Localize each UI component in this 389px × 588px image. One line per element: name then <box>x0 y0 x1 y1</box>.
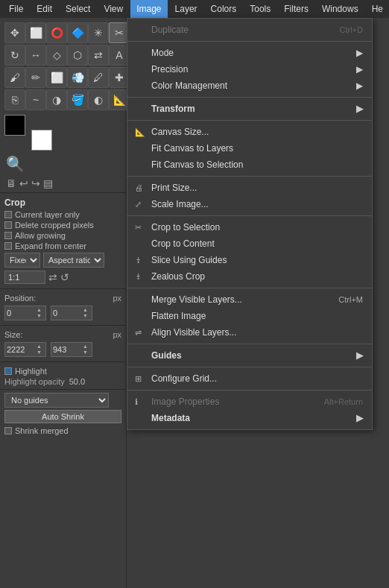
ratio-reset-icon[interactable]: ↺ <box>60 271 69 283</box>
expand-center-checkbox[interactable] <box>4 242 12 250</box>
menu-configure-grid[interactable]: ⊞ Configure Grid... <box>127 370 372 387</box>
highlight-checkbox[interactable] <box>4 367 12 375</box>
pos-y-up[interactable]: ▲ <box>83 307 88 313</box>
size-height-input[interactable] <box>53 345 83 354</box>
menu-view[interactable]: View <box>98 0 129 18</box>
bg-color-swatch[interactable] <box>31 130 52 151</box>
menu-select[interactable]: Select <box>60 0 96 18</box>
layers-icon[interactable]: ▤ <box>43 177 53 189</box>
ratio-swap-icon[interactable]: ⇄ <box>48 271 57 283</box>
tool-smudge[interactable]: ~ <box>25 89 46 110</box>
auto-shrink-button[interactable]: Auto Shrink <box>4 410 121 423</box>
shrink-merged-checkbox[interactable] <box>4 427 12 434</box>
menu-crop-content[interactable]: Crop to Content <box>127 235 372 252</box>
tool-blend[interactable]: ◐ <box>88 89 109 110</box>
tool-airbrush[interactable]: 💨 <box>67 67 88 88</box>
display-icon[interactable]: 🖥 <box>6 177 16 189</box>
zoom-icon[interactable]: 🔍 <box>0 154 126 174</box>
menu-windows[interactable]: Windows <box>316 0 364 18</box>
pos-y-down[interactable]: ▼ <box>83 313 88 319</box>
aspect-ratio-select[interactable]: Aspect ratio <box>43 253 104 268</box>
menu-guides[interactable]: Guides ▶ <box>127 347 372 364</box>
menu-fit-layers[interactable]: Fit Canvas to Layers <box>127 140 372 157</box>
tool-scale[interactable]: ↔ <box>25 45 46 66</box>
duplicate-label: Duplicate <box>151 25 189 35</box>
merge-visible-shortcut: Ctrl+M <box>338 295 363 304</box>
redo-icon[interactable]: ↪ <box>31 177 40 189</box>
menu-duplicate[interactable]: Duplicate Ctrl+D <box>127 22 372 38</box>
width-up[interactable]: ▲ <box>37 344 42 350</box>
menu-transform[interactable]: Transform ▶ <box>127 101 372 117</box>
menu-file[interactable]: File <box>3 0 29 18</box>
menubar: File Edit Select View Image Layer Colors… <box>0 0 389 18</box>
menu-help[interactable]: He <box>366 0 389 18</box>
fg-color-swatch[interactable] <box>4 115 25 136</box>
bottom-icons: 🖥 ↩ ↪ ▤ <box>0 174 126 192</box>
canvas-size-icon: 📐 <box>135 127 145 137</box>
menu-colors[interactable]: Colors <box>205 0 243 18</box>
menu-scale-image[interactable]: ⤢ Scale Image... <box>127 196 372 212</box>
menu-color-management[interactable]: Color Management ▶ <box>127 78 372 94</box>
menu-mode[interactable]: Mode ▶ <box>127 45 372 61</box>
guides-select[interactable]: No guides <box>4 393 109 408</box>
tool-pencil[interactable]: ✏ <box>25 67 46 88</box>
tool-shear[interactable]: ◇ <box>46 45 67 66</box>
tool-paint[interactable]: 🖌 <box>4 67 25 88</box>
tool-bucket[interactable]: 🪣 <box>67 89 88 110</box>
menu-slice-guides[interactable]: ⤈ Slice Using Guides <box>127 252 372 268</box>
menu-canvas-size[interactable]: 📐 Canvas Size... <box>127 124 372 140</box>
shrink-merged-row: Shrink merged <box>4 426 121 436</box>
size-width-input[interactable] <box>7 345 37 354</box>
width-down[interactable]: ▼ <box>37 350 42 355</box>
tool-rotate[interactable]: ↻ <box>4 45 25 66</box>
highlight-opacity-value: 50.0 <box>69 377 85 386</box>
tool-ink[interactable]: 🖊 <box>88 67 109 88</box>
ratio-input[interactable] <box>4 271 45 284</box>
mode-arrow-icon: ▶ <box>356 48 363 58</box>
tool-flip[interactable]: ⇄ <box>88 45 109 66</box>
menu-edit[interactable]: Edit <box>31 0 58 18</box>
tool-eraser[interactable]: ⬜ <box>46 67 67 88</box>
menu-merge-visible[interactable]: Merge Visible Layers... Ctrl+M <box>127 291 372 308</box>
guides-arrow-icon: ▶ <box>356 350 363 361</box>
tool-free-select[interactable]: 🔷 <box>67 22 88 43</box>
allow-growing-checkbox[interactable] <box>4 232 12 239</box>
tool-dodge[interactable]: ◑ <box>46 89 67 110</box>
ratio-row: ⇄ ↺ <box>4 269 121 285</box>
configure-grid-icon: ⊞ <box>135 374 142 384</box>
menu-zealous-crop[interactable]: ⤈ Zealous Crop <box>127 268 372 285</box>
tool-clone[interactable]: ⎘ <box>4 89 25 110</box>
shrink-merged-label: Shrink merged <box>15 426 69 435</box>
tool-fuzzy-select[interactable]: ✳ <box>88 22 109 43</box>
menu-image-properties[interactable]: ℹ Image Properties Alt+Return <box>127 393 372 410</box>
menu-fit-selection[interactable]: Fit Canvas to Selection <box>127 157 372 173</box>
tool-perspective[interactable]: ⬡ <box>67 45 88 66</box>
highlight-opacity-label: Highlight opacity <box>4 377 65 386</box>
image-properties-icon: ℹ <box>135 397 138 407</box>
delete-cropped-checkbox[interactable] <box>4 221 12 229</box>
menu-flatten[interactable]: Flatten Image <box>127 308 372 324</box>
menu-precision[interactable]: Precision ▶ <box>127 61 372 78</box>
menu-layer[interactable]: Layer <box>169 0 203 18</box>
height-down[interactable]: ▼ <box>83 350 88 355</box>
tool-rect-select[interactable]: ⬜ <box>25 22 46 43</box>
menu-align-visible[interactable]: ⇌ Align Visible Layers... <box>127 324 372 341</box>
height-up[interactable]: ▲ <box>83 344 88 350</box>
sep-8 <box>127 367 372 367</box>
menu-metadata[interactable]: Metadata ▶ <box>127 410 372 426</box>
position-y-input[interactable] <box>53 309 83 317</box>
pos-x-down[interactable]: ▼ <box>37 313 42 319</box>
menu-tools[interactable]: Tools <box>244 0 276 18</box>
crop-title: Crop <box>4 196 121 209</box>
tool-move[interactable]: ✥ <box>4 22 25 43</box>
menu-print-size[interactable]: 🖨 Print Size... <box>127 180 372 196</box>
menu-filters[interactable]: Filters <box>278 0 314 18</box>
menu-image[interactable]: Image <box>130 0 167 18</box>
pos-x-up[interactable]: ▲ <box>37 307 42 313</box>
undo-icon[interactable]: ↩ <box>19 177 28 189</box>
position-x-input[interactable] <box>7 309 37 317</box>
menu-crop-selection[interactable]: ✂ Crop to Selection <box>127 219 372 235</box>
fixed-select[interactable]: Fixed <box>4 253 40 268</box>
current-layer-checkbox[interactable] <box>4 211 12 218</box>
tool-ellipse-select[interactable]: ⭕ <box>46 22 67 43</box>
